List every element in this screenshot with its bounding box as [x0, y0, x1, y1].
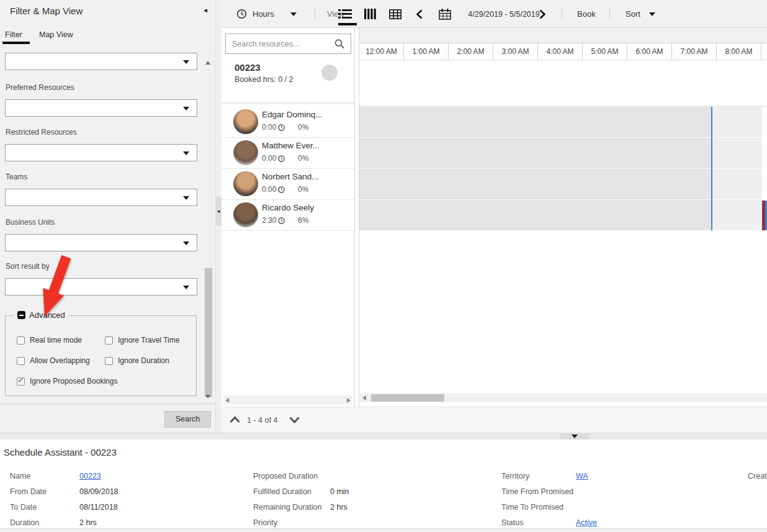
page-down-button[interactable] [289, 415, 300, 424]
advanced-legend-label: Advanced [29, 310, 65, 320]
name-link[interactable]: 00223 [79, 472, 101, 480]
page-up-button[interactable] [229, 415, 241, 424]
requirement-name: 00223 [235, 62, 261, 73]
chevron-up-icon [229, 415, 241, 424]
resource-search-input[interactable] [226, 40, 334, 48]
next-date-button[interactable] [539, 0, 547, 28]
schedule-board-window: Filter & Map View ◄ Filter Map View Pref… [0, 0, 767, 532]
date-range-label[interactable]: 4/29/2019 - 5/5/2019 [460, 0, 547, 28]
tab-filter[interactable]: Filter [5, 30, 22, 39]
calendar-icon [439, 9, 451, 20]
checkbox-icon[interactable]: ✓ [105, 357, 113, 365]
sort-button[interactable]: Sort [626, 0, 655, 28]
field-label: Status [501, 518, 576, 527]
checkbox-icon[interactable]: ✓ [17, 377, 25, 385]
view-grid-button[interactable] [389, 0, 401, 28]
collapse-minus-icon[interactable] [17, 311, 25, 319]
field-value: 2 hrs [330, 503, 348, 512]
timeline-hscrollbar-thumb[interactable] [371, 394, 444, 402]
resource-row-norbert[interactable]: Norbert Sand... 0:00 0% [222, 169, 354, 200]
timeline-day-header [359, 28, 767, 43]
details-collapse-handle[interactable] [560, 433, 590, 440]
tab-map-view[interactable]: Map View [39, 30, 73, 39]
toolbar-separator [609, 9, 610, 19]
view-columns-button[interactable] [364, 0, 376, 28]
left-panel-scrollbar-thumb[interactable] [205, 268, 212, 397]
scroll-left-icon[interactable] [225, 398, 229, 403]
teams-dropdown[interactable] [5, 189, 197, 206]
preferred-resources-label: Preferred Resources [6, 83, 74, 92]
hour-tick: 5:00 AM [583, 43, 627, 60]
timeline-row-norbert[interactable] [359, 169, 762, 200]
toolbar-separator [562, 9, 562, 19]
sort-result-by-dropdown[interactable] [5, 278, 197, 295]
resource-pagination-bar: 1 - 4 of 4 [222, 407, 767, 433]
hours-scale-button[interactable]: Hours [236, 0, 297, 28]
field-label: Remaining Duration [253, 503, 330, 512]
resource-row-ricardo[interactable]: Ricardo Seely 2:30 6% [222, 200, 354, 231]
scroll-up-icon[interactable] [205, 50, 210, 61]
chevron-down-icon [183, 151, 189, 155]
resource-row-edgar[interactable]: Edgar Dominq... 0:00 0% [222, 107, 354, 138]
pagination-label: 1 - 4 of 4 [247, 416, 277, 425]
clock-icon [278, 124, 285, 131]
hour-tick: 1:00 AM [404, 43, 449, 60]
booked-hours-donut [321, 65, 338, 81]
timeline-row-matthew[interactable] [359, 138, 762, 169]
calendar-button[interactable] [439, 0, 451, 28]
avatar [233, 171, 258, 196]
resource-row-matthew[interactable]: Matthew Ever... 0:00 0% [222, 138, 354, 169]
hour-tick: 12:00 AM [359, 43, 404, 60]
checkbox-real-time-mode[interactable]: ✓ Real time mode [17, 336, 82, 345]
hour-tick: 8:00 AM [717, 43, 761, 60]
territory-link[interactable]: WA [576, 472, 588, 480]
resource-search-box [225, 34, 351, 54]
scroll-left-icon[interactable] [362, 395, 366, 400]
checkbox-ignore-travel-time[interactable]: ✓ Ignore Travel Time [105, 336, 179, 345]
field-value: 08/11/2018 [79, 503, 118, 512]
scroll-right-icon[interactable] [347, 398, 351, 403]
business-units-dropdown[interactable] [5, 234, 197, 251]
avatar [233, 109, 258, 134]
timeline-hscrollbar[interactable] [360, 393, 767, 402]
clipped-row-strip [0, 528, 767, 532]
timeline-row-edgar[interactable] [359, 107, 762, 138]
current-time-line [711, 107, 712, 230]
collapse-left-panel-icon[interactable]: ◄ [202, 7, 209, 14]
restricted-resources-dropdown[interactable] [5, 144, 197, 161]
chevron-down-icon [183, 241, 189, 245]
chevron-down-icon [649, 12, 655, 16]
chevron-right-icon [539, 9, 547, 19]
search-icon[interactable] [334, 38, 345, 50]
timeline-row-ricardo[interactable] [359, 200, 762, 231]
hour-tick: 6:00 AM [627, 43, 672, 60]
resource-list-hscrollbar[interactable] [223, 395, 352, 405]
checkbox-icon[interactable]: ✓ [17, 357, 25, 365]
scheduler-toolbar: Hours View [222, 0, 767, 28]
previous-date-button[interactable] [415, 0, 423, 28]
requirement-timeline-row[interactable] [359, 60, 767, 107]
field-value: 2 hrs [79, 518, 97, 527]
resource-list-panel: 00223 Booked hrs: 0 / 2 Edgar Dominq... … [222, 28, 355, 407]
filter-map-panel: Filter & Map View ◄ Filter Map View Pref… [0, 0, 215, 435]
panel-collapse-handle[interactable]: ◄ [215, 197, 222, 225]
advanced-legend[interactable]: Advanced [14, 310, 69, 320]
book-button[interactable]: Book [577, 0, 596, 28]
field-label: Create [748, 472, 767, 480]
filter-dropdown-0[interactable] [5, 53, 197, 70]
checkbox-icon[interactable]: ✓ [17, 336, 25, 345]
checkbox-allow-overlapping[interactable]: ✓ Allow Overlapping [17, 356, 90, 365]
status-link[interactable]: Active [576, 518, 597, 527]
preferred-resources-dropdown[interactable] [5, 99, 197, 117]
field-value: 08/09/2018 [79, 487, 119, 496]
checkbox-ignore-duration[interactable]: ✓ Ignore Duration [105, 356, 169, 365]
search-button[interactable]: Search [164, 411, 211, 428]
details-panel-divider [0, 433, 767, 440]
requirement-card-00223[interactable]: 00223 Booked hrs: 0 / 2 [222, 56, 354, 104]
checkbox-icon[interactable]: ✓ [105, 336, 113, 345]
checkbox-ignore-proposed-bookings[interactable]: ✓ Ignore Proposed Bookings [17, 377, 117, 385]
booking-block-partial[interactable] [762, 201, 767, 230]
business-units-label: Business Units [6, 218, 55, 227]
clock-icon [278, 217, 285, 224]
hour-tick: 2:00 AM [449, 43, 493, 60]
